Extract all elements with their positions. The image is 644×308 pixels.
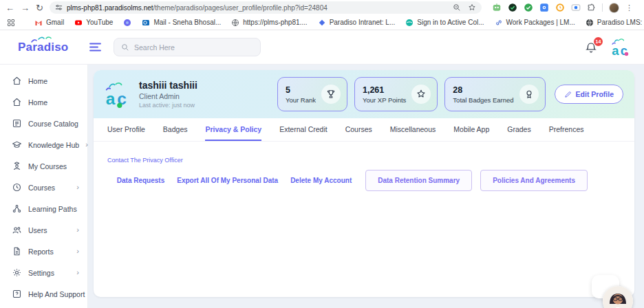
check-circle-ext-icon[interactable]	[524, 3, 533, 12]
profile-tab[interactable]: Miscellaneous	[390, 118, 436, 141]
sidebar-item[interactable]: Help And Support ›	[0, 283, 87, 305]
site-settings-icon[interactable]	[55, 4, 63, 12]
sidebar-item[interactable]: Reports ›	[0, 241, 87, 262]
settings-icon	[12, 267, 22, 278]
address-bar[interactable]: plms-php81.paradisolms.net/theme/paradis…	[50, 1, 482, 14]
profile-tab[interactable]: Badges	[163, 118, 188, 141]
xp-star-icon	[411, 85, 431, 104]
disc-icon	[123, 19, 131, 27]
privacy-buttons: Data Retention SummaryPolicies And Agree…	[365, 170, 588, 191]
sidebar-item[interactable]: Courses ›	[0, 177, 87, 198]
camera-ext-icon[interactable]	[571, 3, 581, 12]
profile-tab[interactable]: Grades	[507, 118, 530, 141]
learning-paths-icon	[12, 204, 22, 214]
extensions-puzzle-icon[interactable]	[587, 3, 596, 12]
home-icon	[12, 76, 22, 86]
chevron-right-icon: ›	[76, 226, 79, 234]
bookmark[interactable]: Mail - Sneha Bhosal...	[142, 19, 221, 27]
bookmark[interactable]	[123, 19, 131, 27]
course-catalog-icon	[12, 118, 22, 129]
my-courses-icon	[12, 161, 22, 171]
toolbar-separator	[602, 3, 603, 12]
globe-icon	[231, 19, 239, 27]
stat-value: 5	[286, 85, 316, 95]
privacy-links: Data RequestsExport All Of My Personal D…	[117, 177, 352, 184]
stat-value: 1,261	[363, 85, 406, 95]
bookmarks-bar: Gmail YouTube Mail - Sneha Bhosal... htt…	[0, 15, 644, 30]
profile-banner: ac tashiii tashiii Client Admin Last act…	[94, 70, 634, 118]
sidebar-item[interactable]: Course Catalog ›	[0, 113, 87, 134]
edit-profile-button[interactable]: Edit Profile	[555, 85, 623, 104]
dark-globe-icon	[586, 19, 594, 27]
users-icon	[12, 225, 22, 235]
paradiso-logo[interactable]: Paradiso	[0, 41, 83, 54]
privacy-action-button[interactable]: Data Retention Summary	[365, 170, 472, 191]
profile-tab[interactable]: Courses	[345, 118, 372, 141]
privacy-action-link[interactable]: Delete My Account	[290, 177, 352, 184]
app-header: Paradiso 14 ac	[0, 30, 644, 65]
profile-tab[interactable]: User Profile	[107, 118, 145, 141]
hamburger-menu-icon[interactable]	[89, 43, 101, 52]
sidebar: Home › Home › Course Catalog › Knowledge…	[0, 65, 88, 308]
privacy-action-link[interactable]: Export All Of My Personal Data	[177, 177, 278, 184]
profile-tab[interactable]: Prefrences	[549, 118, 584, 141]
sidebar-item[interactable]: Home ›	[0, 91, 87, 113]
sidebar-item[interactable]: My Courses ›	[0, 155, 87, 177]
robot-ext-icon[interactable]	[492, 3, 502, 12]
stat-label: Total Badges Earned	[453, 96, 513, 104]
bookmark[interactable]: Paradiso Intranet: L...	[318, 19, 396, 27]
browser-menu-icon[interactable]: ⋮	[625, 3, 633, 12]
bookmark[interactable]: YouTube	[74, 19, 113, 27]
youtube-icon	[74, 19, 83, 27]
profile-name: tashiii tashiii	[139, 80, 197, 91]
gear-ext-icon[interactable]	[539, 3, 549, 12]
pencil-icon	[564, 91, 572, 98]
chevron-right-icon: ›	[76, 269, 79, 276]
profile-tab[interactable]: Privacy & Policy	[205, 118, 261, 141]
clock-ext-icon[interactable]	[555, 3, 565, 12]
assistant-avatar-icon[interactable]	[603, 286, 633, 308]
bookmark[interactable]: Sign in to Active Col...	[405, 19, 484, 27]
bookmark[interactable]: Paradiso LMS: Log i...	[586, 19, 644, 27]
privacy-action-link[interactable]: Data Requests	[117, 177, 164, 184]
profile-tab[interactable]: External Credit	[279, 118, 327, 141]
main-area: ac tashiii tashiii Client Admin Last act…	[88, 65, 644, 308]
profile-last-active: Last active: just now	[139, 102, 197, 109]
home-icon	[12, 97, 22, 107]
browser-profile-avatar[interactable]	[609, 3, 619, 13]
notifications-button[interactable]: 14	[585, 41, 597, 54]
search-input[interactable]	[134, 43, 253, 52]
link-icon	[495, 19, 503, 27]
back-icon[interactable]: ←	[6, 3, 14, 12]
sidebar-item[interactable]: Settings ›	[0, 262, 87, 283]
url-text: plms-php81.paradisolms.net/theme/paradis…	[67, 4, 328, 12]
chevron-right-icon: ›	[76, 184, 79, 191]
contact-privacy-officer-link[interactable]: Contact The Privacy Officer	[107, 157, 183, 164]
stat-card: 5 Your Rank	[277, 77, 347, 111]
sidebar-item[interactable]: Home ›	[0, 70, 87, 91]
shield-check-ext-icon[interactable]	[508, 3, 517, 12]
bookmark-star-icon[interactable]	[468, 3, 476, 12]
stat-value: 28	[453, 85, 513, 95]
privacy-action-button[interactable]: Policies And Agreements	[480, 170, 588, 191]
bookmark[interactable]: https://plms-php81....	[231, 19, 307, 27]
bookmark[interactable]: Gmail	[34, 19, 64, 27]
trophy-icon	[321, 85, 341, 104]
user-avatar[interactable]: ac	[611, 37, 632, 58]
profile-tab[interactable]: Mobile App	[453, 118, 489, 141]
forward-icon[interactable]: →	[21, 3, 30, 12]
global-search[interactable]	[114, 38, 261, 56]
knowledge-hub-icon	[12, 140, 22, 150]
outlook-icon	[142, 19, 150, 27]
sidebar-item[interactable]: Knowledge Hub ›	[0, 134, 87, 155]
chat-assistant-widget[interactable]	[594, 278, 633, 308]
profile-card: ac tashiii tashiii Client Admin Last act…	[94, 70, 634, 297]
zoom-out-icon[interactable]	[453, 3, 461, 12]
apps-grid-icon[interactable]	[7, 19, 15, 27]
reload-icon[interactable]: ↻	[36, 3, 43, 12]
profile-role: Client Admin	[139, 92, 197, 100]
notification-count-badge: 14	[594, 37, 603, 46]
bookmark[interactable]: Work Packages | LM...	[495, 19, 575, 27]
sidebar-item[interactable]: Users ›	[0, 219, 87, 241]
sidebar-item[interactable]: Learning Paths ›	[0, 198, 87, 219]
